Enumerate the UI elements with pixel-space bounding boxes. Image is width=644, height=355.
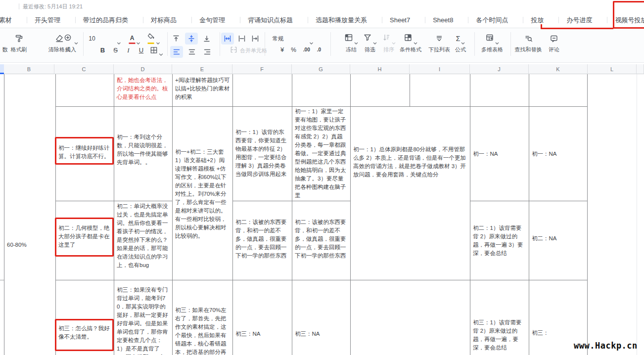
cell-C-grade2[interactable]: 初二：几何模型，绝大部分孩子都是卡在这里了 xyxy=(55,201,114,280)
sheet-tab-shijiandian[interactable]: 各个时间点 xyxy=(460,12,515,28)
freeze-button[interactable]: 冻结 xyxy=(344,28,358,53)
sheet-tab-sheet7[interactable]: Sheet7 xyxy=(374,12,417,28)
column-header-C[interactable]: C xyxy=(54,64,114,74)
filter-funnel-icon xyxy=(363,33,372,44)
italic-button[interactable]: I xyxy=(122,46,135,54)
cell-B-score-range[interactable]: 60-80% xyxy=(4,74,55,355)
cell-J-row0-empty[interactable] xyxy=(470,74,529,106)
cell-D-grade2[interactable]: 初二：单词大概率没过关，也是先搞定单词。然后你也要看一看孩子初一的情况，是突然掉… xyxy=(114,201,172,280)
cut-left-button[interactable]: 数 xyxy=(2,28,8,53)
clip-text-button[interactable] xyxy=(237,28,246,45)
cell-HI-grade3-empty[interactable] xyxy=(350,280,470,355)
sheet-tab-xuanti[interactable]: 选题和播放量关系 xyxy=(300,12,374,28)
cell-F-row0-empty[interactable] xyxy=(232,74,292,106)
comment-button[interactable]: 评论 xyxy=(549,28,559,53)
borders-button[interactable] xyxy=(150,46,163,54)
valign-top-button[interactable] xyxy=(172,28,181,45)
sheet-tab-jinju[interactable]: 金句管理 xyxy=(184,12,232,28)
cell-D-row0-note[interactable]: 配，她也会考语法，介词结构之类的。核心是要看什么点 xyxy=(114,74,172,106)
sheet-tab-banhao[interactable]: 办号进度 xyxy=(551,12,599,28)
cell-E-grade1-2-merged[interactable]: 初一+初二：三大套 1）语文基础+2）阅读理解答题模板 +仿写作文，和60%以下… xyxy=(172,106,232,280)
halign-right-button[interactable] xyxy=(201,46,214,58)
valign-middle-button[interactable] xyxy=(185,28,198,45)
valign-middle-icon xyxy=(185,33,198,44)
dropdown-list-button[interactable]: 下拉列表 xyxy=(428,28,450,53)
cell-K-grade2[interactable]: 初二：NA xyxy=(529,201,588,280)
sheet-tab-sucai[interactable]: 素材 xyxy=(0,12,19,28)
column-header-D[interactable]: D xyxy=(114,64,172,74)
cut-left-label: 数 xyxy=(2,46,8,53)
column-header-J[interactable]: J xyxy=(470,64,529,74)
filter-button[interactable]: 筛选 xyxy=(363,28,377,53)
cell-E-row0-note[interactable]: +阅读理解答题技巧可以搞+比较热门的素材的积累 xyxy=(172,74,232,106)
cell-G-grade2[interactable]: 初二：该被的东西要背，和初一的差不多，做真题，很重要的一点，要去回顾一下初一学的… xyxy=(292,201,350,280)
cell-G-grade1[interactable]: 初一：1）家里一定要有地图，要让孩子对这些靠宏观的东西有感觉 2）2）真题分类卷… xyxy=(292,106,350,201)
wrap-text-button[interactable] xyxy=(221,28,234,45)
multidim-table-button[interactable]: 多维表格 xyxy=(481,28,503,53)
find-replace-label: 查找和替换 xyxy=(515,46,542,53)
sheet-tab-duibiao[interactable]: 对标商品 xyxy=(136,12,184,28)
format-painter-button[interactable]: 格式刷 xyxy=(11,28,27,53)
fill-color-button[interactable] xyxy=(147,28,160,45)
column-header-F[interactable]: F xyxy=(232,64,292,74)
overflow-text-button[interactable] xyxy=(251,28,260,45)
sheet-tab-toufang[interactable]: 投放 xyxy=(515,12,551,28)
cell-K-grade1[interactable]: 初一：NA xyxy=(529,106,588,201)
halign-left-button[interactable] xyxy=(170,46,183,58)
underline-button[interactable]: U xyxy=(135,46,148,54)
cell-F-grade3[interactable]: 初三：NA xyxy=(232,280,292,355)
cell-I-row0-empty[interactable] xyxy=(410,74,470,106)
sheet-tab-shipinhao[interactable]: 视频号投放结果记录 xyxy=(599,12,644,28)
cell-J-grade1[interactable]: 初一：NA xyxy=(470,106,529,201)
insert-button[interactable]: 插入 xyxy=(63,28,78,53)
cell-C-row0-empty[interactable] xyxy=(55,74,114,106)
font-color-button[interactable]: A xyxy=(129,28,140,45)
cell-J-grade2[interactable]: 初二：1）该背需要背 2）原来做过的题，再做一遍 3）要深，要会总结 xyxy=(470,201,529,280)
cell-F-grade2[interactable]: 初二：该被的东西要背，和初一的差不多，做真题，很重要的一点，要去回顾一下初一学的… xyxy=(232,201,292,280)
column-header-I[interactable]: I xyxy=(410,64,470,74)
cell-G-row0-empty[interactable] xyxy=(292,74,350,106)
sort-button[interactable]: 排序 xyxy=(382,28,396,53)
font-size-select[interactable]: 10 xyxy=(89,28,121,45)
column-header-G[interactable]: G xyxy=(292,64,350,74)
cell-G-grade3[interactable]: 初三：NA xyxy=(292,280,350,355)
sheet-tab-beisong[interactable]: 背诵知识点标题 xyxy=(232,12,300,28)
cell-D-grade1[interactable]: 初一：考到这个分数，只能说明很差，所以地一件使其能够先背单词。。 xyxy=(114,106,172,201)
increase-decimal-button[interactable]: .00 xyxy=(303,47,310,52)
cell-HI-grade1-merged[interactable]: 初一：1）总体原则都是80分就够，不用管那么多 2）本质上，还是背诵，但是有一个… xyxy=(350,106,470,280)
cell-C-grade1[interactable]: 初一：继续好好练计算。计算功底不行。 xyxy=(55,106,114,201)
currency-button[interactable]: ¥ xyxy=(280,46,284,53)
strikethrough-button[interactable]: S xyxy=(109,46,122,54)
column-header-B[interactable]: B xyxy=(4,64,54,74)
cell-E-grade3[interactable]: 初三：如果在70%左右了，那首先，先把作文的素材搞定，这个最快，然后如果有错题本… xyxy=(172,280,232,355)
formula-button[interactable]: Σ 公式 xyxy=(455,28,466,53)
percent-button[interactable]: % xyxy=(291,46,296,53)
find-replace-button[interactable]: 查找和替换 xyxy=(515,28,542,53)
column-header-K[interactable]: K xyxy=(529,64,588,74)
halign-center-button[interactable] xyxy=(185,46,198,58)
chevron-down-icon xyxy=(461,38,465,40)
cell-J-grade3[interactable]: 初三：1）该背需要背 2）原来做过的题，再做一遍，要深，要会总结 xyxy=(470,280,529,355)
meta-divider xyxy=(19,3,19,9)
column-header-E[interactable]: E xyxy=(172,64,232,74)
sheet-tab-sheet8[interactable]: Sheet8 xyxy=(417,12,460,28)
cell-C-grade3[interactable]: 初三：怎么搞？我好像不太清楚。 xyxy=(55,280,114,355)
sigma-icon: Σ xyxy=(456,35,460,43)
merge-cells-label[interactable]: 合并单元格 xyxy=(240,47,267,54)
cell-K-row0-empty[interactable] xyxy=(529,74,588,106)
column-header-H[interactable]: H xyxy=(350,64,410,74)
sheet-tab-daiguo[interactable]: 带过的品再归类 xyxy=(68,12,136,28)
cell-H-row0-empty[interactable] xyxy=(350,74,410,106)
decrease-decimal-button[interactable]: .0 xyxy=(317,47,321,52)
cell-D-grade3[interactable]: 初三：如果没有专门背过单词，能考到70，那其实说明学的挺好，那就一定要好好背单词… xyxy=(114,280,172,355)
conditional-format-button[interactable]: 条件格式 xyxy=(400,28,421,53)
sheet-tab-kaitou[interactable]: 开头管理 xyxy=(19,12,68,28)
filter-label: 筛选 xyxy=(363,46,377,53)
number-format-select[interactable]: 常规 xyxy=(273,28,314,45)
column-header-partial[interactable] xyxy=(637,64,644,74)
column-header-L[interactable]: L xyxy=(588,64,637,74)
watermark: www.Hackp.cn xyxy=(574,341,638,351)
bold-button[interactable]: B xyxy=(96,46,109,54)
valign-bottom-button[interactable] xyxy=(202,28,211,45)
cell-F-grade1[interactable]: 初一：1）该背的东西要背，你要知道生物最基本的特征 2）用图背，一定要结合理解 … xyxy=(232,106,292,201)
